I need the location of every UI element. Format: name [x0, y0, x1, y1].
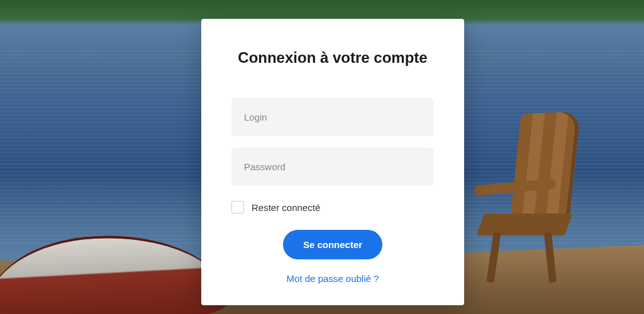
password-input[interactable] — [231, 148, 434, 186]
remember-label[interactable]: Rester connecté — [252, 202, 320, 213]
submit-button[interactable]: Se connecter — [283, 230, 382, 259]
forgot-password-link[interactable]: Mot de passe oublié ? — [231, 273, 434, 284]
login-input[interactable] — [231, 98, 434, 136]
remember-checkbox[interactable] — [231, 201, 244, 214]
background-canoe — [0, 192, 230, 314]
login-title: Connexion à votre compte — [231, 49, 434, 67]
remember-row: Rester connecté — [231, 201, 434, 214]
background-chair — [474, 113, 587, 270]
login-card: Connexion à votre compte Rester connecté… — [201, 19, 464, 305]
